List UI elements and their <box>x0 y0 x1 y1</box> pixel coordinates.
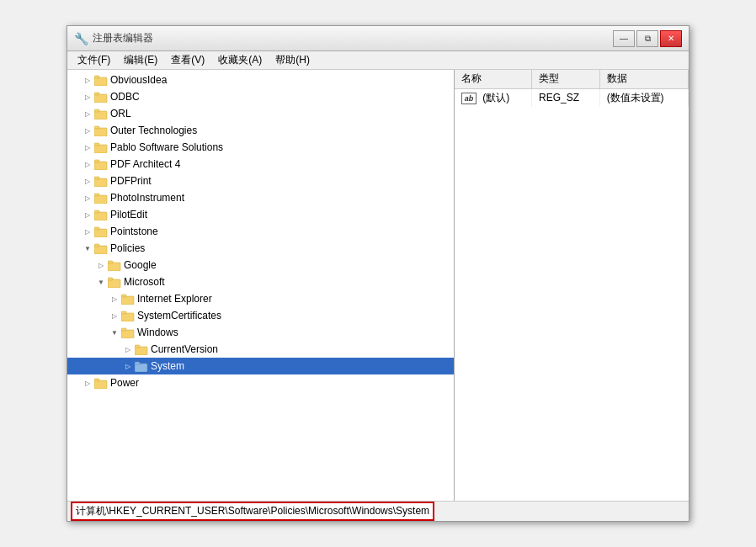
svg-rect-23 <box>108 261 113 263</box>
svg-rect-27 <box>121 295 126 297</box>
folder-icon-orl <box>94 108 108 119</box>
folder-icon-pilotedit <box>94 209 108 220</box>
tree-item-photoinstrument[interactable]: ▷ PhotoInstrument <box>67 189 454 206</box>
expander-photoinstrument: ▷ <box>81 191 94 204</box>
svg-rect-16 <box>94 212 107 220</box>
tree-item-system[interactable]: ▷ System <box>67 358 454 374</box>
svg-rect-25 <box>108 278 113 280</box>
svg-rect-30 <box>121 330 134 338</box>
svg-rect-12 <box>94 178 107 187</box>
tree-item-pdfprint[interactable]: ▷ PDFPrint <box>67 173 454 189</box>
svg-rect-32 <box>135 347 147 355</box>
svg-rect-13 <box>94 177 99 179</box>
tree-label-odbc: ODBC <box>110 91 140 103</box>
menu-favorites[interactable]: 收藏夹(A) <box>211 51 269 69</box>
tree-pane[interactable]: ▷ ObviousIdea ▷ ODBC <box>67 70 455 501</box>
expander-odbc: ▷ <box>81 90 94 104</box>
tree-item-microsoft[interactable]: ▼ Microsoft <box>67 274 454 290</box>
tree-label-policies: Policies <box>110 242 145 254</box>
expander-windows: ▼ <box>108 326 121 339</box>
status-bar: 计算机\HKEY_CURRENT_USER\Software\Policies\… <box>67 501 689 521</box>
tree-item-obviousidea[interactable]: ▷ ObviousIdea <box>67 72 454 88</box>
minimize-button[interactable]: — <box>613 30 635 47</box>
svg-rect-33 <box>135 345 140 348</box>
folder-icon-system <box>135 360 148 372</box>
svg-rect-15 <box>94 194 99 196</box>
tree-item-ie[interactable]: ▷ Internet Explorer <box>67 290 454 307</box>
registry-tree: ▷ ObviousIdea ▷ ODBC <box>67 70 454 393</box>
folder-icon-power <box>94 377 108 389</box>
svg-rect-28 <box>121 313 134 321</box>
svg-rect-22 <box>108 263 120 271</box>
folder-icon-microsoft <box>108 276 121 288</box>
svg-rect-9 <box>94 143 99 146</box>
tree-item-orl[interactable]: ▷ ORL <box>67 105 454 122</box>
expander-outer-tech: ▷ <box>81 124 94 137</box>
expander-pilotedit: ▷ <box>81 208 94 221</box>
title-bar: 🔧 注册表编辑器 — ⧉ ✕ <box>67 26 689 51</box>
menu-file[interactable]: 文件(F) <box>71 51 117 69</box>
svg-rect-24 <box>108 279 120 288</box>
tree-item-power[interactable]: ▷ Power <box>67 374 454 391</box>
tree-label-syscerts: SystemCertificates <box>137 310 221 321</box>
tree-item-policies[interactable]: ▼ Policies <box>67 240 454 257</box>
svg-rect-17 <box>94 210 99 213</box>
folder-icon-google <box>108 259 121 271</box>
tree-label-system: System <box>151 360 184 372</box>
menu-edit[interactable]: 编辑(E) <box>117 51 164 69</box>
tree-item-pilotedit[interactable]: ▷ PilotEdit <box>67 206 454 223</box>
folder-icon-syscerts <box>121 310 135 321</box>
table-row[interactable]: ab (默认) REG_SZ (数值未设置) <box>455 88 689 107</box>
menu-help[interactable]: 帮助(H) <box>269 51 317 69</box>
expander-pointstone: ▷ <box>81 225 94 238</box>
folder-icon-photoinstrument <box>94 192 108 204</box>
svg-rect-3 <box>94 93 99 95</box>
registry-path: 计算机\HKEY_CURRENT_USER\Software\Policies\… <box>71 502 434 521</box>
value-pane: 名称 类型 数据 ab (默认) REG_SZ (数值未设置) <box>455 70 689 501</box>
svg-rect-36 <box>94 380 107 389</box>
svg-rect-35 <box>135 362 140 364</box>
expander-google: ▷ <box>94 258 108 272</box>
folder-icon-policies <box>94 242 108 254</box>
col-header-data: 数据 <box>599 70 688 88</box>
folder-icon-pdf-arch <box>94 158 108 170</box>
svg-rect-8 <box>94 145 107 153</box>
expander-policies: ▼ <box>81 242 94 255</box>
tree-item-google[interactable]: ▷ Google <box>67 257 454 274</box>
expander-pablo: ▷ <box>81 141 94 154</box>
tree-item-pablo[interactable]: ▷ Pablo Software Solutions <box>67 139 454 156</box>
tree-label-microsoft: Microsoft <box>124 276 165 288</box>
tree-label-outer-tech: Outer Technologies <box>110 125 197 136</box>
tree-item-outer-tech[interactable]: ▷ Outer Technologies <box>67 122 454 139</box>
expander-syscerts: ▷ <box>108 309 121 322</box>
expander-power: ▷ <box>81 376 94 390</box>
tree-label-pdf-arch: PDF Architect 4 <box>110 158 180 170</box>
expander-currentversion: ▷ <box>121 343 135 356</box>
close-button[interactable]: ✕ <box>660 30 682 47</box>
restore-button[interactable]: ⧉ <box>636 30 658 47</box>
tree-label-pointstone: Pointstone <box>110 226 158 237</box>
tree-item-pointstone[interactable]: ▷ Pointstone <box>67 223 454 240</box>
menu-view[interactable]: 查看(V) <box>164 51 211 69</box>
expander-orl: ▷ <box>81 107 94 120</box>
svg-rect-6 <box>94 128 107 136</box>
menu-bar: 文件(F) 编辑(E) 查看(V) 收藏夹(A) 帮助(H) <box>67 51 689 70</box>
tree-item-windows[interactable]: ▼ Windows <box>67 324 454 341</box>
folder-icon-pointstone <box>94 226 108 237</box>
tree-label-obviousidea: ObviousIdea <box>110 74 167 86</box>
tree-item-currentversion[interactable]: ▷ CurrentVersion <box>67 341 454 358</box>
folder-icon-odbc <box>94 91 108 103</box>
tree-label-ie: Internet Explorer <box>137 293 212 305</box>
svg-rect-26 <box>121 296 134 305</box>
folder-icon-windows <box>121 327 135 338</box>
svg-rect-37 <box>94 379 99 381</box>
tree-item-odbc[interactable]: ▷ ODBC <box>67 88 454 105</box>
folder-icon-ie <box>121 293 135 305</box>
tree-item-syscerts[interactable]: ▷ SystemCertificates <box>67 307 454 324</box>
tree-label-pdfprint: PDFPrint <box>110 175 152 187</box>
tree-item-pdf-arch[interactable]: ▷ PDF Architect 4 <box>67 156 454 173</box>
svg-rect-29 <box>121 311 126 314</box>
svg-rect-5 <box>94 109 99 112</box>
svg-rect-11 <box>94 160 99 162</box>
svg-rect-18 <box>94 229 107 237</box>
